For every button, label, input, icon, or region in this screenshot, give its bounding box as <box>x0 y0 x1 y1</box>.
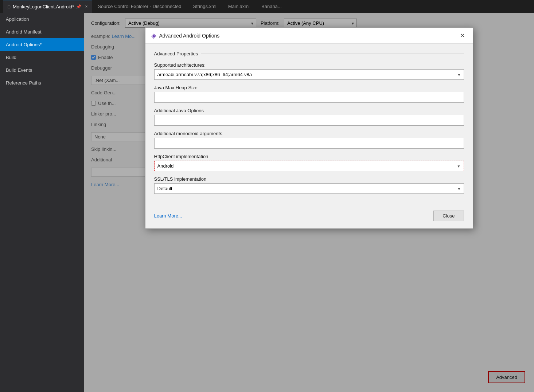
sidebar-item-build-events[interactable]: Build Events <box>0 64 84 77</box>
form-group-java-heap: Java Max Heap Size <box>154 85 464 103</box>
ssl-tls-label: SSL/TLS implementation <box>154 176 464 182</box>
dialog-title-bar: ◈ Advanced Android Options ✕ <box>145 28 473 44</box>
tab-close-button[interactable]: × <box>85 4 87 9</box>
httpclient-select-wrapper: Android Managed NSUrlSession <box>154 161 464 171</box>
form-group-httpclient: HttpClient implementation Android Manage… <box>154 154 464 171</box>
architectures-select-wrapper: armeabi;armeabi-v7a;x86;x86_64;arm64-v8a <box>154 69 464 80</box>
section-header: Advanced Properties <box>154 51 464 56</box>
tab-icon: ◻ <box>7 4 11 9</box>
tab-source-label: Source Control Explorer - Disconnected <box>98 4 181 9</box>
monodroid-args-label: Additional monodroid arguments <box>154 131 464 136</box>
tab-mainaxml[interactable]: Main.axml <box>222 0 256 13</box>
sidebar: Application Android Manifest Android Opt… <box>0 13 84 392</box>
tab-strings-label: Strings.xml <box>193 4 216 9</box>
java-heap-label: Java Max Heap Size <box>154 85 464 90</box>
httpclient-select[interactable]: Android Managed NSUrlSession <box>155 161 464 171</box>
content-area: Configuration: Active (Debug) Platform: … <box>84 13 534 392</box>
dialog: ◈ Advanced Android Options ✕ Advanced Pr… <box>145 27 473 229</box>
sidebar-item-application[interactable]: Application <box>0 13 84 26</box>
dialog-footer: Learn More... Close <box>145 206 473 228</box>
section-header-line <box>201 54 464 54</box>
form-group-monodroid-args: Additional monodroid arguments <box>154 131 464 149</box>
dialog-close-x-button[interactable]: ✕ <box>458 31 467 40</box>
dialog-title-icon: ◈ <box>151 32 156 40</box>
form-group-architectures: Supported architectures: armeabi;armeabi… <box>154 62 464 80</box>
dialog-learn-more-link[interactable]: Learn More... <box>154 213 182 219</box>
java-heap-input[interactable] <box>154 92 464 103</box>
form-group-java-options: Additional Java Options <box>154 108 464 126</box>
tab-banana[interactable]: Banana... <box>256 0 288 13</box>
form-group-ssl-tls: SSL/TLS implementation Default Managed T… <box>154 176 464 194</box>
active-tab-label: MonkeyLogonClient.Android* <box>13 4 74 9</box>
dialog-close-button[interactable]: Close <box>433 211 464 221</box>
ssl-tls-select[interactable]: Default Managed TLS 1.0 TLS 1.2+ <box>154 183 464 194</box>
dialog-title-text: Advanced Android Options <box>159 33 455 39</box>
title-bar: ◻ MonkeyLogonClient.Android* 📌 × Source … <box>0 0 534 13</box>
sidebar-item-build[interactable]: Build <box>0 51 84 64</box>
main-layout: Application Android Manifest Android Opt… <box>0 13 534 392</box>
pin-icon[interactable]: 📌 <box>76 4 81 9</box>
java-options-label: Additional Java Options <box>154 108 464 113</box>
architectures-select[interactable]: armeabi;armeabi-v7a;x86;x86_64;arm64-v8a <box>154 69 464 80</box>
monodroid-args-input[interactable] <box>154 138 464 149</box>
httpclient-label: HttpClient implementation <box>154 154 464 159</box>
modal-overlay: ◈ Advanced Android Options ✕ Advanced Pr… <box>84 13 534 392</box>
tab-source-control[interactable]: Source Control Explorer - Disconnected <box>92 0 187 13</box>
dialog-body: Advanced Properties Supported architectu… <box>145 44 473 206</box>
tab-strings[interactable]: Strings.xml <box>187 0 222 13</box>
tab-active[interactable]: ◻ MonkeyLogonClient.Android* 📌 × <box>3 0 92 13</box>
java-options-input[interactable] <box>154 115 464 126</box>
ssl-tls-select-wrapper: Default Managed TLS 1.0 TLS 1.2+ <box>154 183 464 194</box>
sidebar-item-android-manifest[interactable]: Android Manifest <box>0 26 84 38</box>
architectures-label: Supported architectures: <box>154 62 464 68</box>
tab-banana-label: Banana... <box>261 4 282 9</box>
sidebar-item-reference-paths[interactable]: Reference Paths <box>0 77 84 89</box>
sidebar-item-android-options[interactable]: Android Options* <box>0 38 84 51</box>
section-header-text: Advanced Properties <box>154 51 198 56</box>
tab-mainaxml-label: Main.axml <box>228 4 250 9</box>
